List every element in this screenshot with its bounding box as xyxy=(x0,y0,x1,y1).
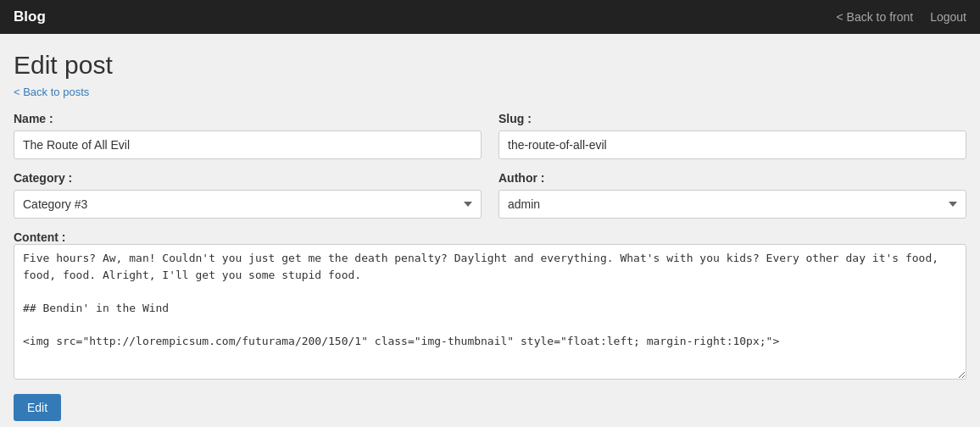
edit-button[interactable]: Edit xyxy=(14,394,61,421)
back-to-front-link[interactable]: < Back to front xyxy=(837,10,914,24)
category-select[interactable]: Category #1 Category #2 Category #3 Cate… xyxy=(14,190,482,219)
slug-group: Slug : xyxy=(498,112,966,159)
category-label: Category : xyxy=(14,171,482,185)
category-group: Category : Category #1 Category #2 Categ… xyxy=(14,171,482,219)
navbar-right: < Back to front Logout xyxy=(837,10,967,24)
content-group: Content : xyxy=(14,230,966,382)
name-slug-row: Name : Slug : xyxy=(14,112,966,159)
content-textarea[interactable] xyxy=(14,244,966,380)
content-label: Content : xyxy=(14,230,65,244)
slug-input[interactable] xyxy=(498,130,966,159)
main-content: Edit post < Back to posts Name : Slug : … xyxy=(0,34,980,427)
slug-label: Slug : xyxy=(498,112,966,125)
author-group: Author : admin editor xyxy=(498,171,966,219)
page-title: Edit post xyxy=(14,51,966,80)
name-label: Name : xyxy=(14,112,482,125)
navbar: Blog < Back to front Logout xyxy=(0,0,980,34)
author-label: Author : xyxy=(498,171,966,185)
edit-post-form: Name : Slug : Category : Category #1 Cat… xyxy=(14,112,966,421)
category-author-row: Category : Category #1 Category #2 Categ… xyxy=(14,171,966,219)
name-group: Name : xyxy=(14,112,482,159)
logout-link[interactable]: Logout xyxy=(930,10,966,24)
author-select[interactable]: admin editor xyxy=(498,190,966,219)
navbar-brand: Blog xyxy=(14,8,46,25)
back-to-posts-link[interactable]: < Back to posts xyxy=(14,86,89,98)
name-input[interactable] xyxy=(14,130,482,159)
